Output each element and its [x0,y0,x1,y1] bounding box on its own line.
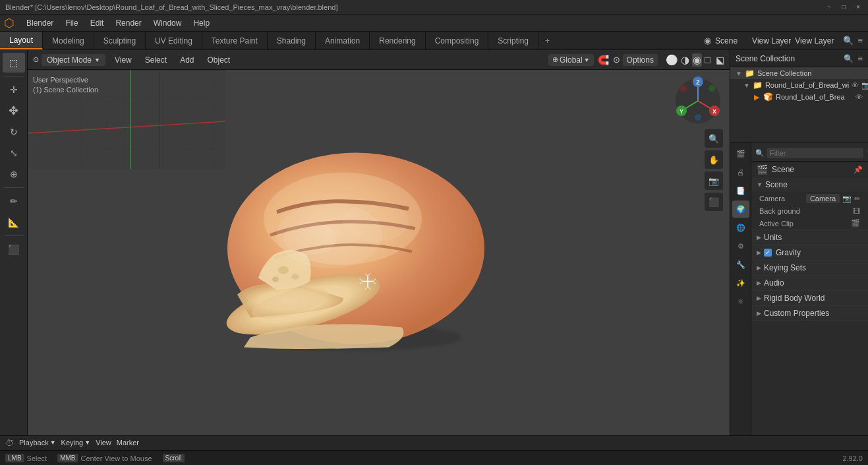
scale-tool[interactable]: ⤡ [3,143,25,163]
render-properties-icon[interactable]: 🎬 [732,145,749,162]
visibility-toggle-1[interactable]: 👁 [852,81,859,89]
rigid-body-header[interactable]: ▶ Rigid Body World [751,291,868,305]
menu-window[interactable]: Window [148,17,187,29]
camera-view-button[interactable]: 📷 [705,171,723,190]
prop-search-input[interactable] [767,148,863,158]
tab-texture-paint[interactable]: Texture Paint [202,32,268,49]
filter-icon[interactable]: ≡ [857,36,863,46]
keying-menu[interactable]: Keying ▼ [61,439,91,447]
rotate-tool[interactable]: ↻ [3,122,25,142]
options-btn[interactable]: Options [623,54,658,66]
gravity-checkbox[interactable]: ✓ [764,249,772,257]
scene-properties-icon[interactable]: 🌍 [732,201,749,218]
timeline-view-menu[interactable]: View [96,439,111,447]
transform-dropdown[interactable]: ⊕ Global ▼ [548,54,594,66]
tab-rendering[interactable]: Rendering [370,32,425,49]
maximize-button[interactable]: □ [839,3,848,12]
outliner-item-bread-mesh[interactable]: ▶ 🍞 Round_Loaf_of_Brea 👁 [730,91,868,103]
measure-tool[interactable]: 📐 [3,212,25,232]
active-clip-icon[interactable]: 🎬 [851,219,860,228]
background-icon[interactable]: 🎞 [853,207,860,215]
tab-shading[interactable]: Shading [268,32,316,49]
marker-menu[interactable]: Marker [117,439,139,447]
snap-icon[interactable]: 🧲 [598,55,609,65]
search-icon[interactable]: 🔍 [843,36,854,46]
scene-section-header[interactable]: ▼ Scene [751,177,868,192]
tab-layout[interactable]: Layout [0,32,43,49]
output-properties-icon[interactable]: 🖨 [732,164,749,181]
tab-modeling[interactable]: Modeling [43,32,94,49]
tab-scripting[interactable]: Scripting [488,32,538,49]
render-toggle-1[interactable]: 📷 [861,81,868,90]
pin-icon[interactable]: 📌 [854,166,863,174]
timeline-view-label: View [96,439,111,447]
viewport-shading-material[interactable]: ◑ [681,54,689,66]
keying-sets-header[interactable]: ▶ Keying Sets [751,261,868,275]
camera-edit-icon[interactable]: ✏ [854,195,860,203]
collection-expand-arrow[interactable]: ▼ [736,70,742,77]
view-menu[interactable]: View [111,54,136,66]
camera-value-text[interactable]: Camera [806,194,840,203]
right-panel: Scene Collection 🔍 ≡ ▼ 📁 Scene Collectio… [730,50,868,435]
minimize-button[interactable]: − [825,3,834,12]
outliner-item-collection[interactable]: ▼ 📁 Scene Collection [730,67,868,79]
audio-arrow: ▶ [757,280,761,286]
outliner-search-icon[interactable]: 🔍 [844,54,854,63]
menu-render[interactable]: Render [110,17,146,29]
modifier-properties-icon[interactable]: 🔧 [732,256,749,273]
zoom-in-button[interactable]: 🔍 [705,129,723,148]
move-tool[interactable]: ✥ [3,101,25,121]
pan-button[interactable]: ✋ [705,150,723,169]
select-box-tool[interactable]: ⬚ [3,53,25,73]
outliner-filter-icon[interactable]: ≡ [857,53,863,63]
audio-title: Audio [764,278,784,288]
gravity-section-header[interactable]: ▶ ✓ Gravity [751,245,868,260]
audio-header[interactable]: ▶ Audio [751,276,868,290]
bread-expand-arrow[interactable]: ▼ [743,82,750,89]
viewport-shading-wireframe[interactable]: □ [705,54,710,65]
particles-properties-icon[interactable]: ✨ [732,274,749,292]
select-menu[interactable]: Select [141,54,171,66]
custom-props-header[interactable]: ▶ Custom Properties [751,306,868,321]
bread-object[interactable] [198,127,527,379]
menu-file[interactable]: File [60,17,83,29]
visibility-toggle-2[interactable]: 👁 [855,93,863,101]
outliner-item-bread-collection[interactable]: ▼ 📁 Round_Loaf_of_Bread_wi 👁 📷 [730,79,868,91]
menu-blender[interactable]: Blender [21,17,59,29]
scene-name[interactable]: Scene [715,36,738,46]
playback-menu[interactable]: Playback ▼ [19,439,56,447]
active-clip-label: Active Clip [759,220,848,228]
cursor-tool[interactable]: ✛ [3,80,25,100]
viewport-canvas[interactable]: User Perspective (1) Scene Collection Z … [28,70,730,435]
object-mode-dropdown[interactable]: Object Mode ▼ [42,54,105,66]
tab-uv-editing[interactable]: UV Editing [146,32,202,49]
transform-tool[interactable]: ⊕ [3,164,25,184]
viewport-shading-rendered[interactable]: ⚪ [666,54,678,66]
object-menu[interactable]: Object [203,54,234,66]
tab-animation[interactable]: Animation [316,32,370,49]
view-layer-properties-icon[interactable]: 📑 [732,182,749,199]
add-workspace-button[interactable]: + [538,32,556,49]
menu-help[interactable]: Help [188,17,215,29]
add-menu[interactable]: Add [176,54,198,66]
object-properties-icon[interactable]: ⚙ [732,237,749,255]
proportional-icon[interactable]: ⊙ [613,55,620,65]
orthographic-button[interactable]: ⬛ [705,193,723,211]
navigation-gizmo[interactable]: Z X Y [674,77,723,126]
window-title: Blender* [C:\Users\lenov\Desktop\Round_L… [5,3,337,11]
xray-toggle[interactable]: ⬕ [716,55,724,65]
viewport: ⊙ Object Mode ▼ View Select Add Object ⊕… [28,50,730,435]
collection-icon: 📁 [745,69,755,78]
close-button[interactable]: × [854,3,863,12]
physics-properties-icon[interactable]: ⚛ [732,293,749,310]
annotate-tool[interactable]: ✏ [3,191,25,211]
add-cube-tool[interactable]: ⬛ [3,239,25,259]
view-layer-name[interactable]: View Layer [795,36,834,46]
world-properties-icon[interactable]: 🌐 [732,219,749,236]
viewport-shading-solid[interactable]: ◉ [692,53,702,67]
units-section-header[interactable]: ▶ Units [751,230,868,245]
tab-compositing[interactable]: Compositing [426,32,489,49]
menu-edit[interactable]: Edit [85,17,109,29]
tab-sculpting[interactable]: Sculpting [94,32,146,49]
left-toolbar: ⬚ ✛ ✥ ↻ ⤡ ⊕ ✏ 📐 ⬛ [0,50,28,435]
